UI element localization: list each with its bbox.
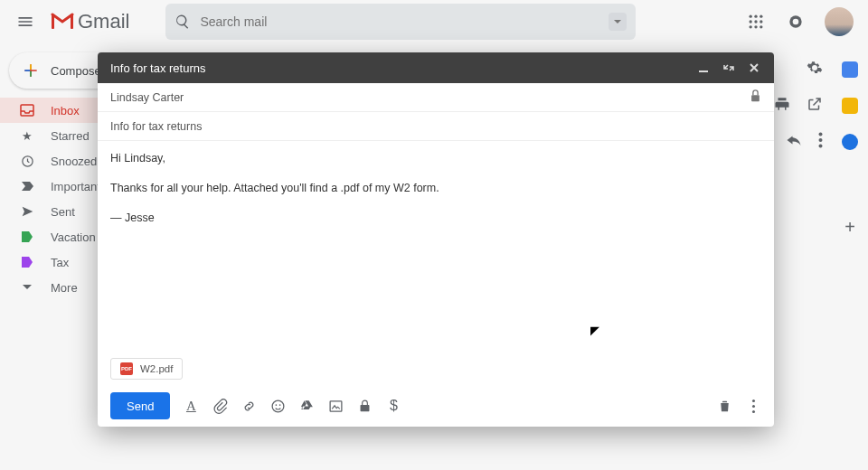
link-icon xyxy=(241,399,257,414)
svg-point-22 xyxy=(279,404,281,406)
svg-point-26 xyxy=(751,404,754,407)
subject-text: Info for tax returns xyxy=(110,120,202,133)
lock-clock-icon xyxy=(357,399,373,414)
close-icon xyxy=(748,61,760,74)
fullscreen-button[interactable] xyxy=(716,55,741,80)
pdf-badge-icon: PDF xyxy=(120,362,133,375)
reply-icon xyxy=(786,133,802,147)
compose-title: Info for tax returns xyxy=(110,61,206,75)
svg-point-20 xyxy=(272,400,284,412)
settings-button[interactable] xyxy=(807,60,823,79)
kebab-icon xyxy=(746,399,761,414)
trash-icon xyxy=(717,399,732,414)
insert-money-button[interactable]: $ xyxy=(385,398,401,414)
compose-toolbar: Send A $ xyxy=(98,385,774,427)
svg-rect-23 xyxy=(330,400,342,410)
insert-emoji-button[interactable] xyxy=(269,398,286,414)
svg-rect-19 xyxy=(751,95,760,101)
compose-body[interactable]: Hi Lindsay, Thanks for all your help. At… xyxy=(98,141,774,352)
attachment-name: W2.pdf xyxy=(140,363,173,374)
body-line: — Jesse xyxy=(110,210,761,227)
print-icon xyxy=(774,96,790,112)
svg-point-25 xyxy=(751,400,754,402)
emoji-icon xyxy=(270,399,286,414)
compose-dialog-header[interactable]: Info for tax returns xyxy=(98,52,774,83)
discard-draft-button[interactable] xyxy=(716,398,732,414)
paperclip-icon xyxy=(212,399,228,414)
drive-icon xyxy=(299,399,315,414)
formatting-button[interactable]: A xyxy=(183,398,199,414)
svg-point-16 xyxy=(819,138,823,142)
send-button[interactable]: Send xyxy=(110,392,170,419)
minimize-icon xyxy=(697,61,710,74)
attach-file-button[interactable] xyxy=(212,398,228,414)
svg-point-15 xyxy=(819,133,823,136)
svg-point-21 xyxy=(275,404,277,406)
more-button[interactable] xyxy=(818,132,823,151)
attachments-area: PDF W2.pdf xyxy=(98,352,774,385)
confidential-mode-button[interactable] xyxy=(356,398,373,414)
expand-icon xyxy=(722,61,735,74)
subject-row[interactable]: Info for tax returns xyxy=(98,112,774,141)
svg-point-27 xyxy=(751,409,754,412)
compose-dialog: Info for tax returns Lindsay Carter Info… xyxy=(98,52,774,427)
attachment-chip[interactable]: PDF W2.pdf xyxy=(110,358,183,380)
reply-button[interactable] xyxy=(786,133,802,150)
print-button[interactable] xyxy=(774,96,790,115)
recipient-chip[interactable]: Lindsay Carter xyxy=(110,91,184,104)
photo-icon xyxy=(328,399,344,414)
minimize-button[interactable] xyxy=(691,55,716,80)
gear-icon xyxy=(807,60,823,76)
insert-drive-button[interactable] xyxy=(298,398,315,414)
insert-photo-button[interactable] xyxy=(327,398,344,414)
kebab-icon xyxy=(818,132,823,148)
open-in-new-button[interactable] xyxy=(807,96,823,115)
more-options-button[interactable] xyxy=(745,398,761,414)
svg-point-17 xyxy=(819,145,823,148)
svg-rect-24 xyxy=(360,405,369,411)
body-line: Hi Lindsay, xyxy=(110,150,761,167)
svg-rect-18 xyxy=(699,70,708,72)
confidential-lock-icon[interactable] xyxy=(750,89,761,105)
recipients-row[interactable]: Lindsay Carter xyxy=(98,83,774,112)
insert-link-button[interactable] xyxy=(241,398,257,414)
body-line: Thanks for all your help. Attached you'l… xyxy=(110,180,761,197)
close-button[interactable] xyxy=(741,55,767,80)
open-in-new-icon xyxy=(807,96,823,112)
